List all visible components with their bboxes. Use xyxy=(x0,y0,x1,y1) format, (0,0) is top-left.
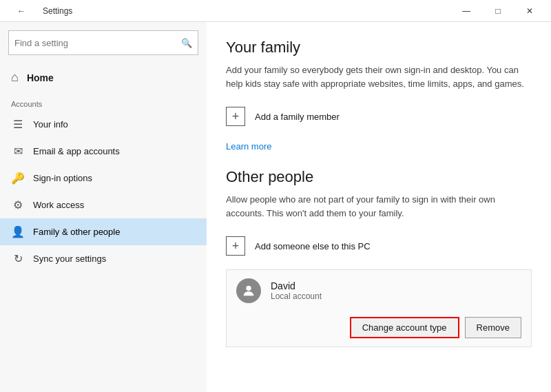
app-container: 🔍 ⌂ Home Accounts ☰ Your info ✉ Email & … xyxy=(0,22,551,392)
plus-icon: + xyxy=(226,107,245,126)
add-family-member-button[interactable]: + Add a family member xyxy=(226,101,532,132)
search-icon: 🔍 xyxy=(181,38,192,48)
family-desc: Add your family so everybody gets their … xyxy=(226,63,529,90)
person-actions: Change account type Remove xyxy=(227,311,531,347)
family-title: Your family xyxy=(226,39,532,56)
sync-label: Sync your settings xyxy=(33,254,106,264)
title-bar: ← Settings — □ ✕ xyxy=(0,0,551,22)
your-info-label: Your info xyxy=(33,119,68,130)
work-access-icon: ⚙ xyxy=(11,198,25,212)
sync-icon: ↻ xyxy=(11,252,25,265)
email-app-label: Email & app accounts xyxy=(33,146,120,156)
person-avatar xyxy=(236,278,261,303)
content-area: Your family Add your family so everybody… xyxy=(207,22,551,392)
back-button[interactable]: ← xyxy=(6,0,37,22)
avatar-icon xyxy=(241,283,256,298)
sidebar: 🔍 ⌂ Home Accounts ☰ Your info ✉ Email & … xyxy=(0,22,207,392)
sign-in-icon: 🔑 xyxy=(11,172,25,185)
search-box[interactable]: 🔍 xyxy=(8,30,198,55)
accounts-section-label: Accounts xyxy=(0,92,207,111)
sidebar-item-email-app[interactable]: ✉ Email & app accounts xyxy=(0,138,207,165)
sidebar-item-your-info[interactable]: ☰ Your info xyxy=(0,111,207,138)
title-bar-left: ← Settings xyxy=(6,0,450,22)
other-people-title: Other people xyxy=(226,168,532,186)
sidebar-item-sign-in[interactable]: 🔑 Sign-in options xyxy=(0,165,207,192)
email-icon: ✉ xyxy=(11,145,25,158)
person-entry: David Local account Change account type … xyxy=(226,269,532,347)
add-other-person-button[interactable]: + Add someone else to this PC xyxy=(226,231,532,261)
your-info-icon: ☰ xyxy=(11,118,25,131)
family-icon: 👤 xyxy=(11,225,25,238)
add-other-plus-icon: + xyxy=(226,236,245,256)
sidebar-item-sync[interactable]: ↻ Sync your settings xyxy=(0,245,207,272)
change-account-type-button[interactable]: Change account type xyxy=(350,317,459,338)
search-input[interactable] xyxy=(14,38,181,48)
minimize-button[interactable]: — xyxy=(450,0,482,22)
person-type: Local account xyxy=(271,291,521,301)
sidebar-item-family[interactable]: 👤 Family & other people xyxy=(0,218,207,245)
family-label: Family & other people xyxy=(33,227,120,237)
title-bar-title: Settings xyxy=(43,6,72,16)
maximize-button[interactable]: □ xyxy=(482,0,514,22)
home-icon: ⌂ xyxy=(11,70,19,85)
person-name: David xyxy=(271,280,521,291)
sidebar-item-work-access[interactable]: ⚙ Work access xyxy=(0,192,207,218)
add-family-label: Add a family member xyxy=(255,112,340,122)
add-other-label: Add someone else to this PC xyxy=(255,241,371,251)
close-button[interactable]: ✕ xyxy=(514,0,545,22)
sign-in-label: Sign-in options xyxy=(33,173,92,183)
svg-point-0 xyxy=(246,286,251,291)
home-label: Home xyxy=(27,72,54,83)
person-header: David Local account xyxy=(227,270,531,311)
person-info: David Local account xyxy=(271,280,521,301)
work-access-label: Work access xyxy=(33,200,84,210)
home-item[interactable]: ⌂ Home xyxy=(0,63,207,92)
other-people-desc: Allow people who are not part of your fa… xyxy=(226,193,529,220)
learn-more-link[interactable]: Learn more xyxy=(226,141,271,152)
remove-button[interactable]: Remove xyxy=(465,317,521,338)
title-bar-controls: — □ ✕ xyxy=(450,0,545,22)
